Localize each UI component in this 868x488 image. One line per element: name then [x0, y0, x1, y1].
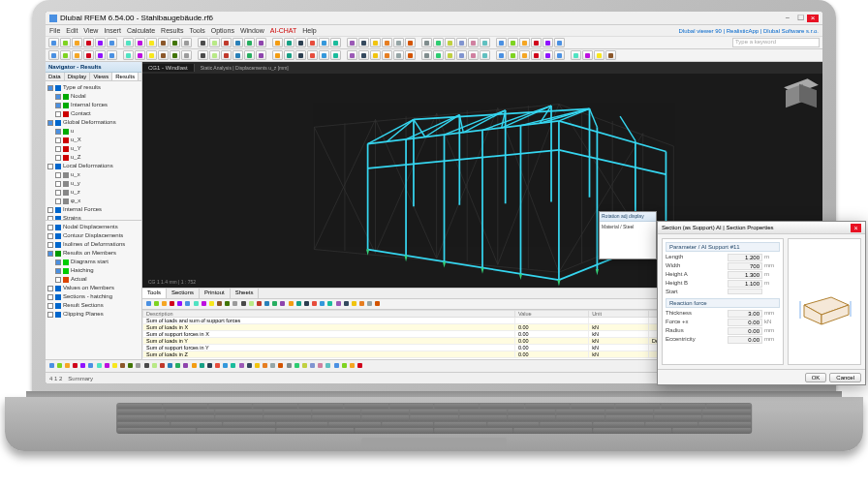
toolbar-button[interactable]: [347, 38, 357, 47]
checkbox-icon[interactable]: [55, 111, 61, 117]
checkbox-icon[interactable]: [55, 146, 61, 152]
maximize-button[interactable]: ☐: [794, 15, 806, 22]
toolbar-button[interactable]: [468, 38, 479, 47]
tree-item[interactable]: u_Z: [47, 153, 140, 162]
toolbar-button[interactable]: [64, 362, 71, 371]
ok-button[interactable]: OK: [805, 373, 827, 382]
tree-item[interactable]: Type of results: [47, 83, 140, 92]
toolbar-button[interactable]: [508, 38, 518, 47]
menu-item[interactable]: Results: [161, 27, 183, 34]
toolbar-button[interactable]: [246, 362, 253, 371]
toolbar-button[interactable]: [319, 50, 329, 60]
toolbar-button[interactable]: [433, 38, 444, 47]
toolbar-button[interactable]: [182, 362, 189, 371]
toolbar-button[interactable]: [358, 38, 369, 47]
toolbar-button[interactable]: [445, 38, 455, 47]
toolbar-button[interactable]: [333, 362, 340, 371]
toolbar-button[interactable]: [224, 300, 231, 309]
toolbar-button[interactable]: [582, 50, 593, 60]
tree-item[interactable]: u_z: [47, 188, 140, 197]
tree-item[interactable]: Hatching: [47, 266, 140, 275]
toolbar-button[interactable]: [221, 50, 232, 60]
toolbar-button[interactable]: [542, 50, 553, 60]
toolbar-button[interactable]: [335, 300, 342, 309]
tree-item[interactable]: Local Deformations: [47, 162, 140, 170]
toolbar-button[interactable]: [295, 38, 306, 47]
toolbar-button[interactable]: [295, 50, 306, 60]
checkbox-icon[interactable]: [47, 286, 53, 291]
checkbox-icon[interactable]: [55, 129, 61, 135]
tree-item[interactable]: φ_x: [47, 197, 140, 205]
toolbar-button[interactable]: [571, 50, 581, 60]
param-input[interactable]: [728, 289, 762, 294]
toolbar-button[interactable]: [370, 38, 381, 47]
toolbar-button[interactable]: [181, 50, 192, 60]
toolbar-button[interactable]: [456, 38, 467, 47]
toolbar-button[interactable]: [153, 300, 160, 309]
toolbar-button[interactable]: [248, 300, 255, 309]
tree-item[interactable]: Sections - hatching: [47, 292, 140, 301]
toolbar-button[interactable]: [317, 362, 324, 371]
toolbar-button[interactable]: [351, 300, 357, 309]
tree-item[interactable]: Actual: [47, 275, 140, 284]
tree-item[interactable]: u_y: [47, 179, 140, 188]
toolbar-button[interactable]: [209, 38, 220, 47]
cancel-button[interactable]: Cancel: [829, 373, 861, 382]
toolbar-button[interactable]: [198, 38, 208, 47]
menu-item[interactable]: View: [83, 27, 98, 34]
toolbar-button[interactable]: [330, 50, 341, 60]
toolbar-button[interactable]: [56, 362, 63, 371]
toolbar-button[interactable]: [230, 362, 236, 371]
toolbar-button[interactable]: [48, 50, 59, 60]
toolbar-button[interactable]: [531, 38, 542, 47]
toolbar-button[interactable]: [143, 362, 150, 371]
tree-item[interactable]: Diagrams start: [47, 258, 140, 266]
checkbox-icon[interactable]: [47, 207, 53, 213]
toolbar-button[interactable]: [193, 300, 200, 309]
toolbar-button[interactable]: [170, 50, 180, 60]
checkbox-icon[interactable]: [55, 137, 61, 143]
menu-item[interactable]: File: [49, 27, 60, 34]
checkbox-icon[interactable]: [47, 312, 53, 318]
toolbar-button[interactable]: [107, 50, 117, 60]
toolbar-button[interactable]: [542, 38, 553, 47]
toolbar-button[interactable]: [72, 50, 82, 60]
toolbar-button[interactable]: [433, 50, 444, 60]
param-input[interactable]: 0.00: [728, 319, 762, 326]
toolbar-button[interactable]: [382, 38, 392, 47]
toolbar-button[interactable]: [181, 38, 192, 47]
checkbox-icon[interactable]: [55, 103, 61, 108]
toolbar-button[interactable]: [201, 300, 207, 309]
tree-item[interactable]: u_X: [47, 136, 140, 144]
toolbar-button[interactable]: [95, 38, 106, 47]
toolbar-button[interactable]: [519, 50, 530, 60]
toolbar-button[interactable]: [161, 300, 168, 309]
toolbar-button[interactable]: [382, 50, 392, 60]
toolbar-button[interactable]: [519, 38, 530, 47]
param-input[interactable]: 0.00: [728, 327, 762, 335]
toolbar-button[interactable]: [87, 362, 94, 371]
toolbar-button[interactable]: [104, 362, 110, 371]
toolbar-button[interactable]: [232, 38, 243, 47]
checkbox-icon[interactable]: [47, 294, 53, 300]
checkbox-icon[interactable]: [55, 94, 61, 100]
toolbar-button[interactable]: [271, 300, 278, 309]
param-input[interactable]: 1.200: [728, 254, 762, 261]
toolbar-button[interactable]: [554, 50, 565, 60]
viewport-tab[interactable]: CG1 - Windlast: [142, 64, 195, 72]
toolbar-button[interactable]: [358, 300, 365, 309]
tree-item[interactable]: u_Y: [47, 144, 140, 153]
checkbox-icon[interactable]: [47, 225, 53, 230]
toolbar-button[interactable]: [238, 362, 245, 371]
toolbar-button[interactable]: [123, 50, 134, 60]
toolbar-button[interactable]: [531, 50, 542, 60]
toolbar-button[interactable]: [319, 38, 329, 47]
toolbar-button[interactable]: [256, 300, 263, 309]
tree-item[interactable]: Internal forces: [47, 101, 140, 109]
search-input[interactable]: Type a keyword: [732, 38, 820, 47]
checkbox-icon[interactable]: [47, 85, 53, 91]
toolbar-button[interactable]: [60, 50, 71, 60]
toolbar-button[interactable]: [83, 50, 94, 60]
toolbar-button[interactable]: [96, 362, 103, 371]
toolbar-button[interactable]: [311, 300, 318, 309]
